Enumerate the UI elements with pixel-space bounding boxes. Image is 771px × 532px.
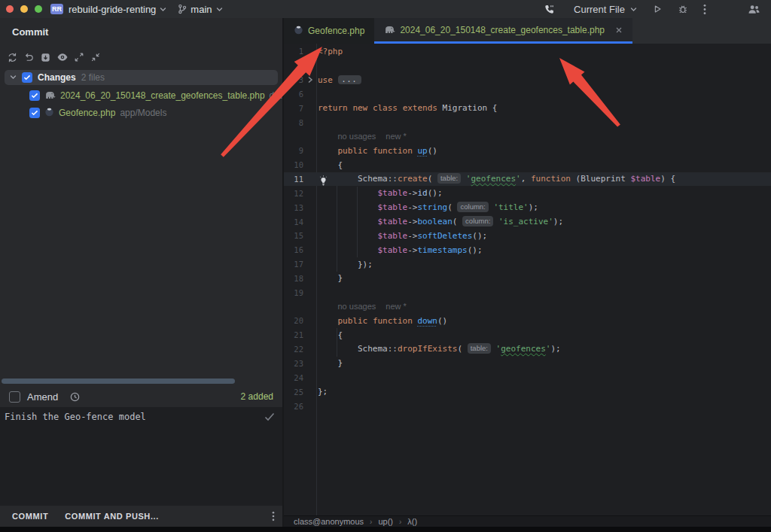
shelve-icon[interactable] <box>38 50 53 65</box>
php-elephant-icon <box>44 90 56 102</box>
chevron-down-icon[interactable] <box>630 6 637 13</box>
close-window-button[interactable] <box>6 5 14 13</box>
zoom-window-button[interactable] <box>35 5 42 13</box>
parameter-hint-pill: table: <box>437 173 461 184</box>
commit-message-editor[interactable]: Finish the Geo-fence model <box>0 407 282 506</box>
code-line[interactable]: 11 Schema::create( table: 'geofences', f… <box>284 172 771 187</box>
code-line[interactable]: 20 public function down() <box>284 314 771 328</box>
code-line[interactable]: 15 $table->softDeletes(); <box>284 229 771 243</box>
changes-group-row[interactable]: Changes 2 files <box>5 70 278 85</box>
commit-and-push-button[interactable]: COMMIT AND PUSH... <box>65 512 159 521</box>
code-line[interactable]: 26 <box>284 399 771 413</box>
phone-call-icon[interactable] <box>544 4 555 15</box>
php-elephant-icon <box>384 24 395 36</box>
users-icon[interactable] <box>748 4 760 15</box>
code-line[interactable]: 22 Schema::dropIfExists( table: 'geofenc… <box>284 342 771 357</box>
chevron-down-icon[interactable] <box>10 72 17 83</box>
code-line[interactable]: 1<?php <box>284 44 771 59</box>
code-line[interactable]: 21 { <box>284 328 771 342</box>
commit-message-text: Finish the Geo-fence model <box>5 412 146 422</box>
code-line[interactable]: 13 $table->string( column: 'title'); <box>284 200 771 214</box>
code-line[interactable]: 16 $table->timestamps(); <box>284 243 771 257</box>
code-line[interactable]: 24 <box>284 370 771 385</box>
changes-count: 2 files <box>81 72 105 83</box>
checkmark-icon <box>264 412 275 424</box>
parameter-hint-pill: table: <box>468 343 491 354</box>
window-controls <box>6 5 42 13</box>
titlebar: RR rebuild-gride-renting main Current Fi… <box>0 0 771 18</box>
horizontal-scrollbar[interactable] <box>2 378 235 384</box>
collapse-all-icon[interactable] <box>88 50 102 65</box>
expand-all-icon[interactable] <box>72 50 86 65</box>
panel-title: Commit <box>0 18 282 45</box>
file-name: Geofence.php <box>59 108 115 118</box>
code-line[interactable]: 2 <box>284 59 771 73</box>
minimize-window-button[interactable] <box>20 5 28 13</box>
code-line[interactable]: 9 public function up() <box>284 144 771 158</box>
tab-label: Geofence.php <box>308 26 364 36</box>
commit-tool-window: Commit <box>0 18 284 527</box>
debug-bug-icon[interactable] <box>678 4 688 14</box>
breadcrumb: class@anonymous › up() › λ() <box>284 515 771 527</box>
code-line[interactable]: 8 <box>284 115 771 129</box>
file-row[interactable]: Geofence.php app/Models <box>0 104 282 121</box>
more-options-icon[interactable] <box>703 4 706 15</box>
inlay-hint-line[interactable]: no usagesnew * <box>284 129 771 144</box>
history-clock-icon[interactable] <box>69 391 81 403</box>
code-line[interactable]: 10 { <box>284 158 771 172</box>
breadcrumb-item[interactable]: λ() <box>407 517 417 526</box>
run-button[interactable] <box>652 4 663 14</box>
file-path: databa <box>270 90 282 101</box>
code-line[interactable]: 12 $table->id(); <box>284 186 771 200</box>
tab-geofence-php[interactable]: Geofence.php <box>284 18 374 44</box>
code-line[interactable]: 19 <box>284 285 771 299</box>
commit-toolbar <box>0 45 282 69</box>
refresh-icon[interactable] <box>5 50 20 65</box>
run-configuration-select[interactable]: Current File <box>574 4 625 15</box>
parameter-hint-pill: column: <box>462 216 493 226</box>
git-branch-icon <box>177 4 187 14</box>
breadcrumb-separator: › <box>370 518 372 526</box>
added-lines-badge: 2 added <box>241 391 273 402</box>
code-line[interactable]: 7return new class extends Migration { <box>284 101 771 115</box>
amend-checkbox[interactable] <box>9 391 20 403</box>
changes-checkbox[interactable] <box>22 72 32 83</box>
file-checkbox[interactable] <box>29 90 40 101</box>
preview-diff-eye-icon[interactable] <box>55 50 69 65</box>
code-line[interactable]: 17 }); <box>284 257 771 272</box>
inlay-hint-line[interactable]: no usagesnew * <box>284 299 771 314</box>
editor: Geofence.php 2024_06_20_150148_create_ge… <box>284 18 771 527</box>
project-badge: RR <box>50 4 63 14</box>
parameter-hint-pill: column: <box>457 202 488 212</box>
code-line[interactable]: 3use ... <box>284 73 771 87</box>
chevron-down-icon[interactable] <box>216 6 223 13</box>
breadcrumb-item[interactable]: up() <box>378 517 393 526</box>
php-class-icon <box>294 25 303 37</box>
amend-row: Amend 2 added <box>0 386 282 407</box>
rollback-icon[interactable] <box>22 50 36 65</box>
changes-label: Changes <box>38 72 76 83</box>
file-row[interactable]: 2024_06_20_150148_create_geofences_table… <box>0 87 282 104</box>
commit-button[interactable]: COMMIT <box>12 512 48 521</box>
code-lines: 1<?php23use ...67return new class extend… <box>284 44 771 413</box>
file-name: 2024_06_20_150148_create_geofences_table… <box>60 90 265 101</box>
code-line[interactable]: 6 <box>284 87 771 102</box>
more-commit-options-icon[interactable] <box>272 511 275 523</box>
fold-chevron-icon[interactable] <box>303 76 316 84</box>
code-editor[interactable]: 1<?php23use ...67return new class extend… <box>284 44 771 515</box>
branch-name[interactable]: main <box>190 4 212 15</box>
close-tab-icon[interactable] <box>615 26 623 34</box>
project-name[interactable]: rebuild-gride-renting <box>69 4 156 15</box>
code-line[interactable]: 18 } <box>284 272 771 286</box>
code-line[interactable]: 25}; <box>284 385 771 399</box>
code-line[interactable]: 14 $table->boolean( column: 'is_active')… <box>284 214 771 229</box>
commit-actions-bar: COMMIT COMMIT AND PUSH... <box>0 506 282 527</box>
tab-create-geofences-table-php[interactable]: 2024_06_20_150148_create_geofences_table… <box>374 18 632 44</box>
code-line[interactable]: 23 } <box>284 357 771 371</box>
editor-tab-bar: Geofence.php 2024_06_20_150148_create_ge… <box>284 18 771 44</box>
chevron-down-icon[interactable] <box>160 6 166 13</box>
window-bottom-edge <box>0 527 771 532</box>
file-checkbox[interactable] <box>29 108 40 118</box>
breadcrumb-separator: › <box>399 518 401 526</box>
breadcrumb-item[interactable]: class@anonymous <box>294 517 364 526</box>
